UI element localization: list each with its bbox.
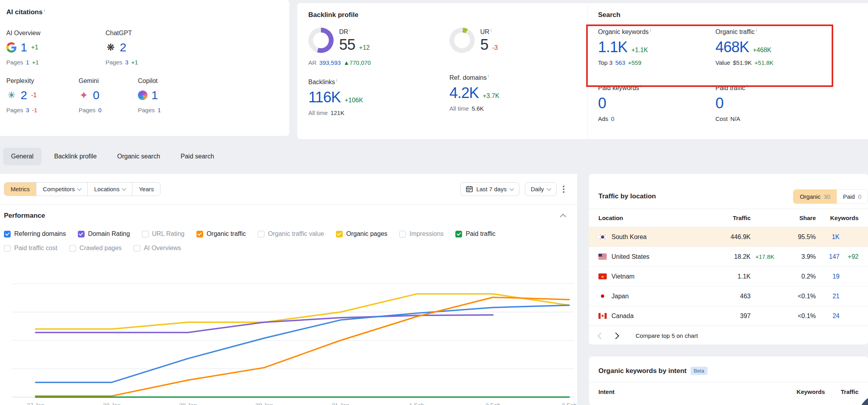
organic-traffic-value[interactable]: 468K [715,40,749,55]
competitors-segment[interactable]: Competitors [36,183,87,196]
checkbox-url-rating[interactable]: URL Rating [142,230,185,237]
keywords-link[interactable]: 21 [816,293,840,300]
chevron-down-icon [509,186,514,190]
tab-organic-search[interactable]: Organic search [109,148,168,165]
metric-checkbox-row-2: Paid traffic cost Crawled pages AI Overv… [0,241,577,255]
more-options-icon[interactable] [562,184,565,194]
chatgpt-pages[interactable]: 3 [125,59,128,66]
ref-domains-block: Ref. domainsi 4.2K +3.7K All time5.6K [449,73,499,112]
perplexity-count[interactable]: 2 [21,89,27,101]
performance-panel: Metrics Competitors Locations Years Last… [0,174,577,405]
ur-delta: -3 [492,44,498,51]
info-icon[interactable]: i [488,73,489,78]
backlinks-delta: +106K [345,97,363,104]
tab-backlink-profile[interactable]: Backlink profile [46,148,105,165]
keywords-link[interactable]: 19 [816,273,840,280]
copilot-pages[interactable]: 1 [158,107,161,113]
tab-paid-search[interactable]: Paid search [173,148,222,165]
info-icon[interactable]: i [491,28,491,32]
gemini-icon: ✦ [79,90,89,100]
toggle-paid[interactable]: Paid0 [837,190,868,203]
search-section: Search Organic keywordsi 1.1K +1.1K Top … [588,3,868,139]
domain-rating-block: DRi 55 +12 [308,28,449,53]
paid-traffic-value[interactable]: 0 [715,96,723,111]
paid-keywords-value[interactable]: 0 [598,96,606,111]
ai-overview-count[interactable]: 1 [21,41,27,53]
info-icon[interactable]: i [349,28,350,32]
ai-overview-block: AI Overview 1 +1 Pages1+1 [6,30,106,66]
keywords-by-intent-card: Organic keywords by intent Beta Intent K… [589,356,868,405]
collapse-chevron-icon[interactable] [560,214,566,220]
top3-value[interactable]: 563 [615,59,625,66]
years-segment[interactable]: Years [132,183,160,196]
location-table: Location Traffic Share Keywords South Ko… [589,209,868,345]
flag-ca-icon [598,313,607,319]
checkbox-organic-traffic[interactable]: Organic traffic [196,230,246,237]
gemini-block: Gemini ✦ 0 Pages0 [79,77,138,113]
keywords-link[interactable]: 147 [816,253,840,260]
flag-vn-icon: ★ [598,273,607,279]
checkbox-impressions[interactable]: Impressions [399,230,443,237]
svg-text:29 Jan: 29 Jan [179,402,197,405]
prev-page-icon[interactable] [598,332,604,339]
metrics-segment[interactable]: Metrics [4,183,36,196]
ai-citations-row-1: AI Overview 1 +1 Pages1+1 ChatGPT ❋ 2 Pa… [6,30,289,66]
date-range-button[interactable]: Last 7 days [460,182,519,196]
organic-paid-toggle: Organic30 Paid0 [793,189,868,204]
chevron-down-icon [77,186,82,190]
ads-value[interactable]: 0 [611,115,614,122]
compare-top5-link[interactable]: Compare top 5 on chart [636,332,698,339]
info-icon[interactable]: i [44,8,45,13]
chatgpt-count[interactable]: 2 [120,41,126,53]
filter-bar: Metrics Competitors Locations Years Last… [0,174,577,205]
up-triangle-icon: ▲ [343,59,349,66]
backlinks-alltime: 121K [330,109,344,116]
svg-text:31 Jan: 31 Jan [332,402,349,405]
location-row-united-states: United States 18.2K +17.8K 3.9% 147 +92 [589,247,868,267]
ai-overview-pages[interactable]: 1 [26,59,29,66]
google-icon [6,42,17,53]
chevron-down-icon [547,186,551,190]
performance-line-chart: 27 Jan28 Jan29 Jan30 Jan31 Jan1 Feb2 Feb… [0,273,577,405]
svg-text:30 Jan: 30 Jan [255,402,273,405]
organic-traffic-block: Organic traffici 468K +468K Value$51.9K+… [715,28,774,66]
next-page-icon[interactable] [613,332,619,339]
granularity-button[interactable]: Daily [525,182,557,196]
chatgpt-icon: ❋ [106,42,116,53]
checkbox-organic-pages[interactable]: Organic pages [336,230,387,237]
dr-donut [308,28,334,53]
checkbox-domain-rating[interactable]: Domain Rating [78,230,130,237]
checkbox-referring-domains[interactable]: Referring domains [4,230,66,237]
dr-delta: +12 [359,44,370,51]
keywords-link[interactable]: 1K [816,234,840,241]
svg-text:2 Feb: 2 Feb [485,402,500,405]
performance-header: Performance [0,205,577,227]
gemini-count[interactable]: 0 [93,89,100,101]
cost-value: N/A [730,115,740,122]
locations-segment[interactable]: Locations [87,183,132,196]
info-icon[interactable]: i [756,28,757,32]
ai-overview-delta: +1 [31,44,38,51]
checkbox-crawled-pages[interactable]: Crawled pages [69,245,122,252]
gemini-pages[interactable]: 0 [98,107,102,113]
checkbox-organic-traffic-value[interactable]: Organic traffic value [258,230,324,237]
toggle-organic[interactable]: Organic30 [793,190,836,203]
checkbox-paid-traffic[interactable]: Paid traffic [455,230,495,237]
copilot-count[interactable]: 1 [151,89,158,101]
keywords-link[interactable]: 24 [816,313,840,320]
info-icon[interactable]: i [650,28,651,32]
perplexity-pages[interactable]: 3 [26,107,29,113]
ref-domains-alltime: 5.6K [472,105,484,112]
info-icon[interactable]: i [640,83,641,88]
ref-domains-value[interactable]: 4.2K [449,85,479,100]
organic-keywords-value[interactable]: 1.1K [598,40,627,55]
calendar-icon [466,186,473,192]
checkbox-paid-traffic-cost[interactable]: Paid traffic cost [4,245,57,252]
paid-traffic-block: Paid traffici 0 CostN/A [715,83,774,122]
info-icon[interactable]: i [746,83,747,88]
ahrefs-rank-value[interactable]: 393,593 [319,59,341,66]
checkbox-ai-overviews[interactable]: AI Overviews [134,245,181,252]
info-icon[interactable]: i [336,78,337,83]
tab-general[interactable]: General [3,148,42,165]
backlinks-value[interactable]: 116K [308,90,341,105]
